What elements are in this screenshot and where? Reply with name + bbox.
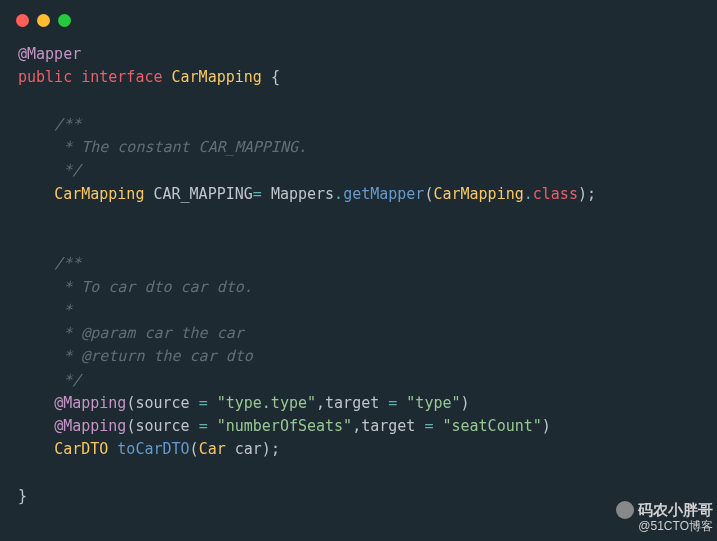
annotation: @Mapping (54, 417, 126, 435)
close-brace: } (18, 487, 27, 505)
param-name: target (361, 417, 424, 435)
string-literal: "numberOfSeats" (208, 417, 353, 435)
param-name: target (325, 394, 388, 412)
comment-line: * @param car the car (54, 324, 244, 342)
keyword-class: class (533, 185, 578, 203)
constant-name: CAR_MAPPING (153, 185, 252, 203)
comment-line: * To car dto car dto. (54, 278, 253, 296)
comment-line: */ (54, 371, 81, 389)
string-literal: "seatCount" (433, 417, 541, 435)
code-block: @Mapper public interface CarMapping { /*… (0, 35, 717, 516)
paren: ) (461, 394, 470, 412)
window-controls (0, 0, 717, 35)
equals: = (388, 394, 397, 412)
paren: ) (542, 417, 551, 435)
class-ref: Mappers (271, 185, 334, 203)
dot: . (334, 185, 343, 203)
annotation: @Mapper (18, 45, 81, 63)
equals: = (199, 394, 208, 412)
minimize-icon (37, 14, 50, 27)
paren: ( (190, 440, 199, 458)
comment-line: * The constant CAR_MAPPING. (54, 138, 307, 156)
method-call: getMapper (343, 185, 424, 203)
keyword-public: public (18, 68, 72, 86)
method-name: toCarDTO (117, 440, 189, 458)
watermark-sub: @51CTO博客 (616, 519, 713, 535)
comma: , (352, 417, 361, 435)
string-literal: "type" (397, 394, 460, 412)
open-brace: { (271, 68, 280, 86)
param-name: source (135, 394, 198, 412)
keyword-interface: interface (81, 68, 162, 86)
comment-line: * @return the car dto (54, 347, 253, 365)
type: CarMapping (54, 185, 144, 203)
wechat-icon (616, 501, 634, 519)
paren: ) (262, 440, 271, 458)
comment-line: */ (54, 161, 81, 179)
comma: , (316, 394, 325, 412)
assign: = (253, 185, 271, 203)
dot: . (524, 185, 533, 203)
class-name: CarMapping (172, 68, 262, 86)
equals: = (199, 417, 208, 435)
annotation: @Mapping (54, 394, 126, 412)
paren: ) (578, 185, 587, 203)
param-var: car (226, 440, 262, 458)
comment-line: * (54, 301, 72, 319)
watermark-main: 码农小胖哥 (638, 500, 713, 520)
comment-line: /** (54, 254, 81, 272)
comment-line: /** (54, 115, 81, 133)
param-type: Car (199, 440, 226, 458)
arg-type: CarMapping (433, 185, 523, 203)
semicolon: ; (271, 440, 280, 458)
close-icon (16, 14, 29, 27)
watermark: 码农小胖哥 @51CTO博客 (616, 500, 713, 535)
return-type: CarDTO (54, 440, 108, 458)
string-literal: "type.type" (208, 394, 316, 412)
maximize-icon (58, 14, 71, 27)
semicolon: ; (587, 185, 596, 203)
param-name: source (135, 417, 198, 435)
